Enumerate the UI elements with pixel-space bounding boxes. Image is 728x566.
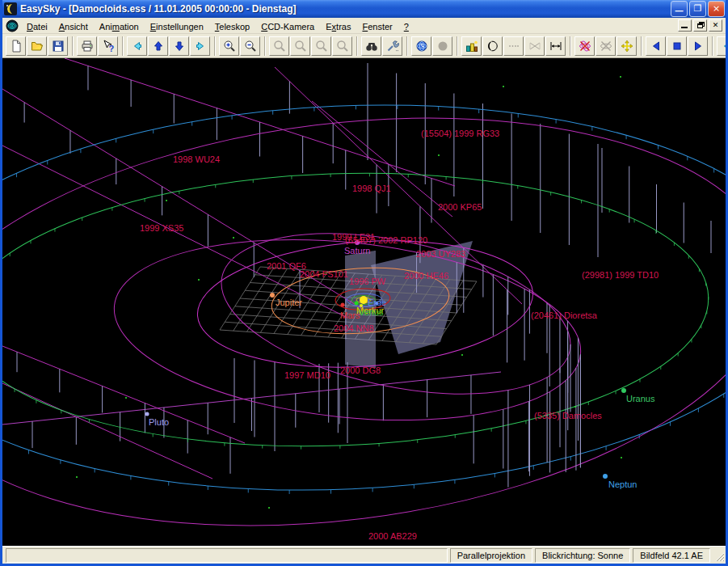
maximize-button[interactable]: ❐	[689, 1, 706, 17]
object-label: Mars	[340, 310, 360, 320]
moon-crescent-icon	[486, 40, 499, 53]
object-label: 2000 HE46	[404, 271, 448, 281]
menu-item-teleskop[interactable]: Teleskop	[209, 20, 255, 34]
menu-item-extras[interactable]: Extras	[320, 20, 356, 34]
menu-item-einstellungen[interactable]: Einstellungen	[145, 20, 209, 34]
globe-clock-icon	[415, 40, 428, 53]
magnifier-minus-icon	[244, 40, 257, 53]
pan-right-button[interactable]	[190, 36, 210, 56]
moon-phase-button[interactable]	[482, 36, 503, 56]
toolbar-separator	[356, 36, 358, 56]
options-button[interactable]	[382, 36, 402, 56]
star-speck	[620, 76, 621, 78]
jupiter-dot-marker	[270, 293, 275, 298]
animate-stop-button[interactable]	[667, 36, 687, 56]
toolbar-separator	[214, 36, 216, 56]
mdi-minimize-button[interactable]	[678, 19, 692, 32]
menu-item-ansicht[interactable]: Ansicht	[53, 20, 94, 34]
title-bar: EasySky - [Damocloids.ess / 11.01.2005 0…	[0, 0, 728, 18]
object-label: (29981) 1999 TD10	[582, 270, 659, 280]
orbits-toggle-button[interactable]	[574, 36, 595, 56]
zoom-preset-2-button	[290, 36, 310, 56]
find-object-button[interactable]	[361, 36, 381, 56]
object-label: (15504) 1999 RG33	[421, 129, 499, 138]
animate-backward-button[interactable]	[646, 36, 666, 56]
menu-item-[interactable]: ?	[398, 20, 414, 34]
labels-toggle-button	[595, 36, 616, 56]
star-speck	[233, 237, 234, 239]
crossed-orbits-icon	[579, 40, 591, 53]
mdi-restore-button[interactable]	[693, 19, 707, 32]
menu-bar: DateiAnsichtAnimationEinstellungenTelesk…	[2, 18, 726, 34]
step-backward-button[interactable]	[717, 36, 728, 56]
zoom-preset-3-button	[311, 36, 331, 56]
sky-view: 1998 WU24(15504) 1999 RG331998 QJ12000 K…	[2, 58, 726, 546]
toolbar-separator	[72, 36, 74, 56]
uranus-dot-marker	[621, 388, 626, 393]
neptune-dot-marker	[603, 474, 608, 479]
pluto-dot-marker	[145, 412, 149, 416]
new-file-button[interactable]	[6, 36, 26, 56]
minimize-button[interactable]: —	[671, 1, 688, 17]
resize-grip[interactable]	[713, 549, 724, 562]
open-file-button[interactable]	[27, 36, 47, 56]
center-view-button[interactable]	[616, 36, 637, 56]
mdi-close-button[interactable]: ✕	[709, 19, 722, 32]
step-left-cyan-icon	[721, 40, 728, 53]
object-label: 1998 QJ1	[352, 184, 391, 193]
gray-circle-icon	[436, 40, 449, 53]
horizon-view-button[interactable]	[461, 36, 482, 56]
print-button[interactable]	[77, 36, 97, 56]
easysky-window: EasySky - [Damocloids.ess / 11.01.2005 0…	[0, 0, 728, 566]
magnifier-gray-icon	[273, 40, 286, 53]
context-help-button[interactable]: ?	[98, 36, 118, 56]
object-label: 2000 AB229	[368, 531, 417, 541]
toolbar-separator	[122, 36, 124, 56]
object-label: 2003 UY283	[416, 249, 465, 259]
star-speck	[438, 154, 440, 156]
ecliptic-line-button	[503, 36, 524, 56]
arrow-right-cyan-icon	[194, 40, 207, 53]
zoom-out-button[interactable]	[240, 36, 260, 56]
sky-canvas[interactable]: 1998 WU24(15504) 1999 RG331998 QJ12000 K…	[2, 58, 726, 546]
field-width-button[interactable]	[545, 36, 566, 56]
close-button[interactable]: ×	[708, 1, 725, 17]
status-main-panel	[6, 548, 448, 563]
object-label: 2000 DG8	[340, 365, 381, 375]
menu-item-datei[interactable]: Datei	[21, 20, 53, 34]
object-label: (5335) Damocles	[534, 411, 602, 420]
object-label: Neptun	[608, 479, 637, 489]
save-file-button[interactable]	[48, 36, 68, 56]
pan-down-button[interactable]	[169, 36, 189, 56]
arrow-left-cyan-icon	[131, 40, 144, 53]
help-pointer-icon: ?	[102, 40, 115, 53]
open-folder-icon	[31, 40, 44, 53]
object-label: 1998 WU24	[173, 154, 220, 164]
menu-item-ccdkamera[interactable]: CCD-Kamera	[255, 20, 320, 34]
time-now-button[interactable]	[411, 36, 431, 56]
object-label: 2004 NN8	[334, 323, 374, 333]
app-icon	[4, 2, 17, 15]
wrench-icon	[386, 40, 399, 53]
magnifier-gray-icon	[294, 40, 307, 53]
toolbar-separator	[712, 36, 713, 56]
status-panel-1: Parallelprojektion	[450, 548, 532, 563]
arrow-up-blue-icon	[152, 40, 165, 53]
document-icon	[6, 19, 19, 32]
star-speck	[198, 279, 200, 281]
pan-up-button[interactable]	[148, 36, 168, 56]
zoom-preset-1-button	[269, 36, 289, 56]
zoom-in-button[interactable]	[219, 36, 239, 56]
menu-item-animation[interactable]: Animation	[94, 20, 145, 34]
star-speck	[461, 354, 463, 356]
play-right-blue-icon	[692, 40, 705, 53]
status-bar: ParallelprojektionBlickrichtung: SonneBi…	[2, 546, 726, 564]
move-arrows-icon	[621, 40, 633, 53]
pan-left-button[interactable]	[127, 36, 147, 56]
menu-item-fenster[interactable]: Fenster	[356, 20, 398, 34]
toolbar-separator	[264, 36, 266, 56]
animate-forward-button[interactable]	[688, 36, 708, 56]
star-speck	[76, 476, 78, 478]
mars-dot-marker	[341, 303, 345, 307]
toolbar-separator	[406, 36, 408, 56]
